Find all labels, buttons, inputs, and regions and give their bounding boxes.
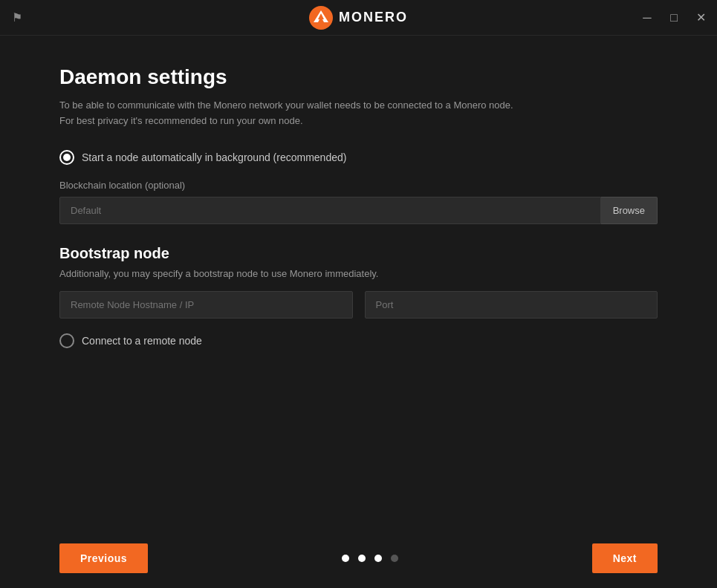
pagination-dot-4 bbox=[391, 555, 398, 562]
browse-button[interactable]: Browse bbox=[601, 197, 658, 224]
page-title: Daemon settings bbox=[59, 65, 658, 89]
title-bar: ⚑ MONERO ─ □ ✕ bbox=[0, 0, 717, 36]
page-description: To be able to communicate with the Moner… bbox=[59, 98, 658, 129]
restore-button[interactable]: □ bbox=[666, 10, 681, 25]
app-title: MONERO bbox=[339, 10, 408, 25]
app-logo: MONERO bbox=[309, 6, 408, 30]
minimize-button[interactable]: ─ bbox=[640, 10, 655, 25]
radio-remote-node-label: Connect to a remote node bbox=[82, 335, 202, 347]
window-controls: ─ □ ✕ bbox=[640, 10, 708, 25]
radio-auto-node-label: Start a node automatically in background… bbox=[82, 151, 346, 163]
bootstrap-section-title: Bootstrap node bbox=[59, 245, 658, 262]
pagination-dots bbox=[342, 555, 398, 562]
radio-auto-node-indicator bbox=[59, 150, 74, 165]
blockchain-location-row: Browse bbox=[59, 197, 658, 224]
hostname-port-row bbox=[59, 291, 658, 318]
blockchain-location-input[interactable] bbox=[59, 197, 601, 224]
next-button[interactable]: Next bbox=[592, 543, 658, 573]
radio-option-auto-node[interactable]: Start a node automatically in background… bbox=[59, 150, 658, 165]
close-button[interactable]: ✕ bbox=[693, 10, 708, 25]
main-content: Daemon settings To be able to communicat… bbox=[0, 36, 717, 529]
bootstrap-section-desc: Additionally, you may specify a bootstra… bbox=[59, 268, 658, 279]
pagination-dot-2 bbox=[358, 555, 366, 562]
port-input[interactable] bbox=[365, 291, 658, 318]
flag-icon: ⚑ bbox=[12, 10, 22, 24]
previous-button[interactable]: Previous bbox=[59, 543, 148, 573]
pagination-dot-3 bbox=[374, 555, 382, 562]
hostname-input[interactable] bbox=[59, 291, 353, 318]
monero-logo-icon bbox=[309, 6, 333, 30]
footer: Previous Next bbox=[0, 529, 717, 588]
blockchain-location-label: Blockchain location (optional) bbox=[59, 180, 658, 191]
radio-option-remote-node[interactable]: Connect to a remote node bbox=[59, 333, 658, 348]
radio-remote-node-indicator bbox=[59, 333, 74, 348]
pagination-dot-1 bbox=[342, 555, 349, 562]
